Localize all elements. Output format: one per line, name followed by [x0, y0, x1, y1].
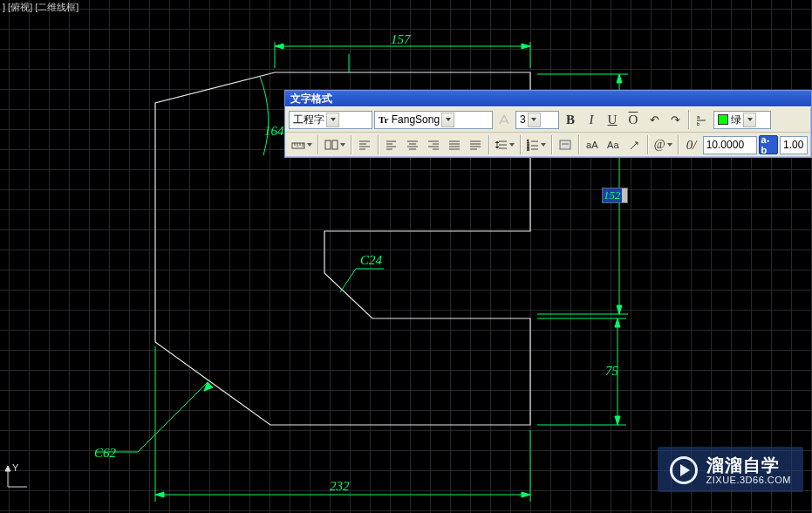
- annotative-icon: [495, 110, 514, 129]
- underline-button[interactable]: U: [603, 110, 622, 129]
- width-input[interactable]: 1.00: [780, 136, 808, 154]
- uppercase-button[interactable]: aA: [583, 135, 602, 154]
- svg-line-12: [340, 269, 356, 292]
- columns-icon: [324, 139, 338, 151]
- symbol-arrow-button[interactable]: [624, 135, 644, 154]
- drawing-layer: 157 164 75 232 C24 C62: [0, 0, 812, 513]
- dim-top: 157: [391, 32, 412, 46]
- svg-text:Y: Y: [12, 462, 19, 473]
- svg-text:b: b: [697, 121, 700, 126]
- svg-rect-30: [332, 140, 338, 149]
- inplace-text-editor[interactable]: 152: [602, 188, 628, 203]
- play-icon: [670, 456, 698, 484]
- tracking-input[interactable]: 10.0000: [703, 136, 757, 154]
- watermark: 溜溜自学 ZIXUE.3D66.COM: [658, 447, 803, 492]
- dim-75: 75: [605, 364, 619, 378]
- svg-text:3: 3: [527, 147, 529, 151]
- chamfer-c24: C24: [360, 253, 383, 267]
- para-align-left[interactable]: [355, 135, 374, 154]
- font-size-select[interactable]: 3: [515, 111, 559, 129]
- align-center-button[interactable]: [403, 135, 422, 154]
- font-select[interactable]: Tr FangSong: [374, 111, 493, 129]
- text-format-toolbar: 文字格式 工程字 Tr FangSong 3 B I U O ↶ ↷ ab 绿: [284, 90, 812, 158]
- svg-line-14: [138, 382, 208, 452]
- textstyle-select[interactable]: 工程字: [289, 111, 372, 129]
- stack-icon: ab: [696, 113, 708, 126]
- ucs-icon: Y: [4, 462, 29, 489]
- align-left-button[interactable]: [382, 135, 401, 154]
- toolbar-title[interactable]: 文字格式: [285, 91, 811, 106]
- inplace-text-value: 152: [603, 188, 622, 202]
- undo-button[interactable]: ↶: [645, 110, 664, 129]
- toolbar-row-2: 123 aA Aa @ 0/ 10.0000 a-b 1.00: [285, 132, 811, 157]
- stack-button[interactable]: ab: [693, 110, 712, 129]
- svg-rect-64: [560, 140, 570, 149]
- redo-button[interactable]: ↷: [665, 110, 685, 129]
- bold-button[interactable]: B: [561, 110, 580, 129]
- chamfer-c62: C62: [94, 446, 117, 460]
- dim-bottom: 232: [330, 479, 350, 493]
- width-toggle[interactable]: a-b: [759, 135, 778, 154]
- numbering-icon: 123: [527, 139, 539, 151]
- dim-164: 164: [264, 124, 284, 138]
- svg-rect-29: [325, 140, 331, 149]
- ruler-icon: [291, 139, 305, 151]
- cad-canvas[interactable]: ] [俯视] [二维线框]: [0, 0, 812, 513]
- watermark-name: 溜溜自学: [706, 455, 791, 475]
- svg-text:a: a: [697, 114, 700, 120]
- italic-button[interactable]: I: [582, 110, 601, 129]
- symbol-button[interactable]: @: [652, 135, 674, 154]
- columns-button[interactable]: [322, 135, 347, 154]
- color-swatch: [718, 114, 728, 125]
- watermark-url: ZIXUE.3D66.COM: [706, 475, 791, 485]
- linespacing-icon: [495, 139, 508, 151]
- lowercase-button[interactable]: Aa: [604, 135, 623, 154]
- insert-field-button[interactable]: [556, 135, 575, 154]
- color-select[interactable]: 绿: [713, 111, 771, 129]
- oblique-button[interactable]: 0/: [682, 135, 701, 154]
- arrow-icon: [629, 139, 639, 151]
- align-justify-button[interactable]: [445, 135, 464, 154]
- overline-button[interactable]: O: [624, 110, 643, 129]
- toolbar-row-1: 工程字 Tr FangSong 3 B I U O ↶ ↷ ab 绿: [285, 106, 811, 132]
- ruler-button[interactable]: [289, 135, 314, 154]
- field-icon: [559, 139, 571, 151]
- align-right-button[interactable]: [424, 135, 443, 154]
- align-distribute-button[interactable]: [466, 135, 485, 154]
- numbering-button[interactable]: 123: [524, 135, 548, 154]
- linespacing-button[interactable]: [493, 135, 516, 154]
